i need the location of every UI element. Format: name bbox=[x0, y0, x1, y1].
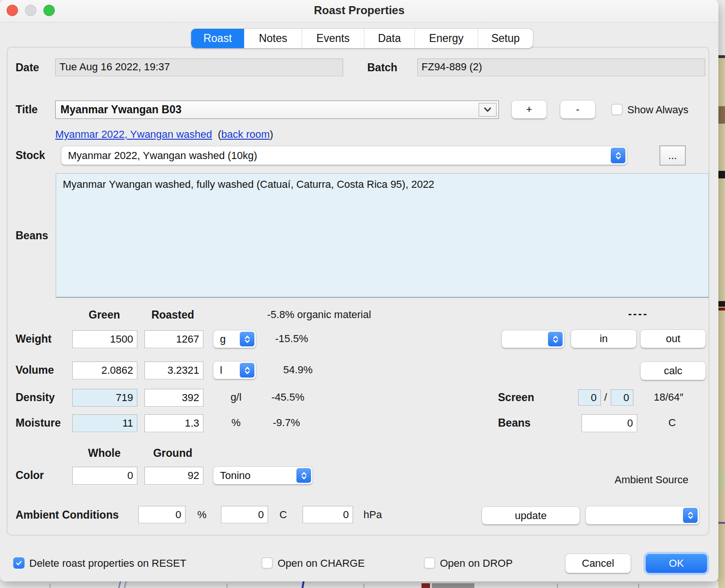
delete-on-reset-label: Delete roast properties on RESET bbox=[29, 556, 186, 571]
moisture-label: Moisture bbox=[16, 416, 61, 430]
volume-gain-text: 54.9% bbox=[283, 363, 312, 377]
background-mark-black1 bbox=[718, 171, 725, 178]
ambient-update-button[interactable]: update bbox=[482, 507, 580, 524]
tab-events[interactable]: Events bbox=[302, 29, 364, 48]
background-curve-lavender bbox=[118, 581, 121, 588]
paren-close: ) bbox=[270, 128, 273, 140]
background-band-tan bbox=[717, 58, 725, 588]
updown-chevrons-icon bbox=[296, 468, 311, 483]
color-ground-input[interactable] bbox=[144, 467, 203, 485]
background-curve-lavender2 bbox=[124, 581, 126, 588]
open-on-drop-checkbox[interactable] bbox=[424, 557, 435, 569]
weight-green-input[interactable] bbox=[72, 330, 137, 348]
background-mark-darkred bbox=[422, 583, 430, 588]
color-label: Color bbox=[16, 468, 44, 482]
tab-data[interactable]: Data bbox=[364, 29, 414, 48]
beans-textarea[interactable]: Myanmar Ywangan washed, fully washed (Ca… bbox=[56, 173, 709, 298]
green-header: Green bbox=[76, 308, 133, 322]
ambient-pressure-input[interactable] bbox=[303, 506, 353, 523]
date-field: Tue Aug 16 2022, 19:37 bbox=[55, 59, 343, 76]
background-band-green bbox=[717, 470, 725, 491]
screen-separator: / bbox=[604, 390, 607, 404]
remove-title-button[interactable]: - bbox=[560, 101, 595, 118]
chevron-down-icon[interactable] bbox=[479, 103, 497, 117]
ambient-temperature-unit: C bbox=[279, 508, 287, 522]
show-always-checkbox[interactable] bbox=[611, 104, 623, 115]
ambient-temperature-input[interactable] bbox=[221, 506, 268, 523]
calc-button[interactable]: calc bbox=[641, 362, 706, 380]
moisture-green-input[interactable] bbox=[72, 414, 137, 432]
roast-properties-dialog: Roast Properties Roast Notes Events Data… bbox=[0, 0, 718, 581]
background-tick2 bbox=[227, 584, 228, 588]
moisture-roasted-input[interactable] bbox=[144, 414, 203, 432]
weight-roasted-input[interactable] bbox=[144, 330, 203, 348]
screen-label: Screen bbox=[498, 390, 534, 404]
title-bar[interactable]: Roast Properties bbox=[0, 0, 718, 23]
ambient-humidity-unit: % bbox=[197, 508, 207, 522]
background-curve-blue bbox=[302, 581, 304, 588]
color-meter-select[interactable]: Tonino bbox=[213, 467, 312, 484]
screen-max-input[interactable] bbox=[611, 389, 633, 406]
stock-select[interactable]: Myanmar 2022, Ywangan washed (10kg) bbox=[61, 146, 627, 165]
density-roasted-input[interactable] bbox=[144, 389, 203, 407]
background-tick5 bbox=[638, 584, 639, 588]
batch-field: FZ94-889 (2) bbox=[417, 59, 705, 76]
ok-button[interactable]: OK bbox=[646, 554, 707, 573]
background-app-right-sliver bbox=[717, 0, 725, 588]
tab-energy[interactable]: Energy bbox=[414, 29, 478, 48]
background-tick4 bbox=[557, 584, 558, 588]
volume-unit-select[interactable]: l bbox=[213, 361, 256, 379]
weight-unit-select[interactable]: g bbox=[213, 330, 256, 348]
updown-chevrons-icon bbox=[683, 508, 698, 523]
coffee-link-row: Myanmar 2022, Ywangan washed (back room) bbox=[55, 127, 273, 142]
color-meter-text: Tonino bbox=[220, 470, 251, 482]
weight-label: Weight bbox=[16, 332, 51, 346]
title-combobox[interactable]: Myanmar Ywangan B03 bbox=[55, 101, 499, 119]
weight-in-button[interactable]: in bbox=[571, 330, 636, 348]
updown-chevrons-icon bbox=[548, 332, 563, 346]
background-mark-red bbox=[718, 308, 725, 311]
background-mark-black2 bbox=[718, 301, 725, 307]
beans-temp-input[interactable] bbox=[582, 414, 637, 432]
density-unit-text: g/l bbox=[222, 390, 250, 404]
ambient-humidity-input[interactable] bbox=[138, 506, 185, 523]
weight-in-select[interactable] bbox=[502, 330, 564, 348]
add-title-button[interactable]: + bbox=[512, 101, 547, 118]
volume-label: Volume bbox=[16, 363, 54, 377]
stock-select-text: Myanmar 2022, Ywangan washed (10kg) bbox=[68, 150, 257, 162]
screen-size-text: 18/64″ bbox=[654, 390, 683, 404]
volume-roasted-input[interactable] bbox=[144, 361, 203, 379]
ambient-source-select[interactable] bbox=[586, 506, 699, 524]
batch-label: Batch bbox=[367, 60, 397, 75]
ambient-pressure-unit: hPa bbox=[363, 508, 382, 522]
ambient-source-label: Ambient Source bbox=[615, 473, 689, 487]
weight-loss-text: -15.5% bbox=[275, 332, 308, 346]
open-on-charge-checkbox[interactable] bbox=[261, 557, 273, 569]
location-link[interactable]: back room bbox=[221, 128, 270, 140]
volume-green-input[interactable] bbox=[72, 361, 137, 379]
background-tick3 bbox=[363, 584, 364, 588]
delete-on-reset-checkbox[interactable] bbox=[13, 557, 25, 569]
background-band-brown bbox=[717, 106, 725, 124]
ground-header: Ground bbox=[142, 446, 204, 460]
moisture-unit-text: % bbox=[222, 416, 250, 430]
screen-min-input[interactable] bbox=[578, 389, 601, 406]
window-title: Roast Properties bbox=[0, 4, 718, 17]
background-app-bottom-strip bbox=[0, 581, 718, 588]
tab-roast[interactable]: Roast bbox=[191, 29, 244, 48]
coffee-link[interactable]: Myanmar 2022, Ywangan washed bbox=[55, 128, 212, 140]
cancel-button[interactable]: Cancel bbox=[565, 554, 631, 573]
density-green-input[interactable] bbox=[72, 389, 137, 407]
beans-temp-label: Beans bbox=[498, 416, 531, 430]
background-tick1 bbox=[50, 584, 51, 588]
beans-label: Beans bbox=[16, 228, 48, 243]
moisture-loss-text: -9.7% bbox=[273, 416, 300, 430]
updown-chevrons-icon bbox=[240, 332, 254, 346]
tab-bar: Roast Notes Events Data Energy Setup bbox=[191, 29, 533, 48]
weight-out-button[interactable]: out bbox=[641, 330, 706, 348]
tab-setup[interactable]: Setup bbox=[478, 29, 533, 48]
tab-notes[interactable]: Notes bbox=[244, 29, 302, 48]
stock-more-button[interactable]: ... bbox=[659, 145, 686, 166]
background-line-purple bbox=[717, 522, 725, 524]
color-whole-input[interactable] bbox=[72, 467, 137, 485]
